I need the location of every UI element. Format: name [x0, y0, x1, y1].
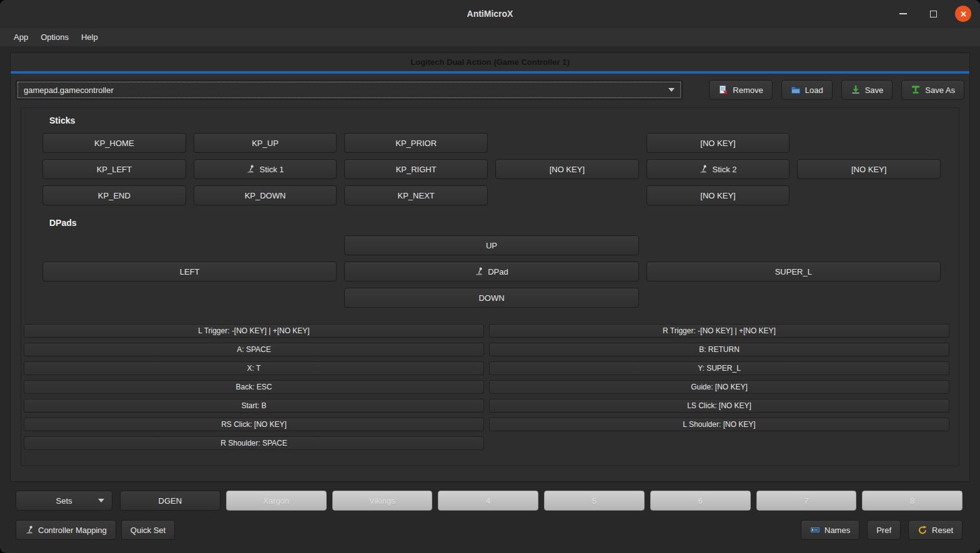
sets-bar: Sets DGEN Xargon Vikings 4 5 6 7 8: [16, 491, 963, 511]
ls-click-button[interactable]: LS Click: [NO KEY]: [489, 399, 949, 413]
joystick-icon: [25, 526, 34, 534]
remove-button-label: Remove: [733, 86, 763, 95]
stick1-upleft-button[interactable]: KP_HOME: [42, 133, 186, 153]
tab-pane: gamepad.gamecontroller: [11, 74, 969, 471]
menu-app[interactable]: App: [7, 30, 34, 44]
stick1-label: Stick 1: [259, 165, 284, 174]
minimize-icon: [899, 13, 907, 14]
chevron-down-icon: [98, 499, 104, 502]
set-button-5[interactable]: 5: [544, 491, 645, 511]
joystick-icon: [699, 165, 708, 174]
set-button-3[interactable]: Vikings: [332, 491, 433, 511]
reset-refresh-icon: [918, 525, 928, 535]
set-button-4[interactable]: 4: [438, 491, 538, 511]
dpad-right-button[interactable]: SUPER_L: [646, 262, 941, 281]
dpad-center-button[interactable]: DPad: [344, 262, 638, 281]
dpad-up-button[interactable]: UP: [344, 235, 638, 255]
l-trigger-button[interactable]: L Trigger: -[NO KEY] | +[NO KEY]: [24, 324, 484, 338]
pref-button[interactable]: Pref: [867, 520, 901, 540]
stick2-center-button[interactable]: Stick 2: [646, 159, 790, 179]
stick1-right-button[interactable]: KP_RIGHT: [344, 159, 488, 179]
save-button[interactable]: Save: [841, 80, 893, 100]
app-window: AntiMicroX App Options Help Logitech Dua…: [0, 0, 980, 553]
profile-bar: gamepad.gamecontroller: [16, 80, 964, 100]
y-button[interactable]: Y: SUPER_L: [489, 361, 949, 375]
b-button[interactable]: B: RETURN: [489, 343, 949, 356]
minimize-button[interactable]: [895, 6, 911, 22]
stick1-downleft-button[interactable]: KP_END: [42, 185, 186, 205]
stick1-downright-button[interactable]: KP_NEXT: [344, 185, 488, 205]
guide-button[interactable]: Guide: [NO KEY]: [489, 380, 949, 394]
window-title: AntiMicroX: [467, 9, 513, 19]
menu-options[interactable]: Options: [34, 30, 75, 44]
set-button-1[interactable]: DGEN: [120, 491, 220, 511]
sets-selector-label: Sets: [56, 496, 72, 506]
joystick-icon: [246, 165, 255, 174]
mapping-group: Sticks KP_HOME KP_UP KP_PRIOR [NO KEY] K…: [21, 107, 959, 466]
r-shoulder-button[interactable]: R Shoulder: SPACE: [24, 436, 484, 450]
set-button-7[interactable]: 7: [756, 491, 857, 511]
button-assignment-list: L Trigger: -[NO KEY] | +[NO KEY] R Trigg…: [21, 324, 959, 450]
controller-mapping-button[interactable]: Controller Mapping: [16, 520, 116, 540]
dpads-heading: DPads: [49, 218, 941, 228]
footer-bar: Controller Mapping Quick Set Names Pref: [16, 520, 963, 540]
controller-tab[interactable]: Logitech Dual Action (Game Controller 1): [11, 53, 969, 71]
save-download-icon: [851, 85, 861, 95]
save-button-label: Save: [865, 86, 884, 95]
back-button[interactable]: Back: ESC: [24, 380, 484, 394]
maximize-icon: [930, 11, 937, 17]
dpad-grid: UP LEFT DPad: [42, 235, 941, 308]
menu-help[interactable]: Help: [75, 30, 104, 44]
names-label: Names: [824, 526, 850, 535]
sets-selector[interactable]: Sets: [16, 491, 112, 511]
controller-tab-widget: Logitech Dual Action (Game Controller 1)…: [10, 52, 970, 482]
l-shoulder-button[interactable]: L Shoulder: [NO KEY]: [489, 418, 949, 431]
names-button[interactable]: Names: [801, 520, 859, 540]
close-icon: [960, 11, 967, 17]
stick2-up-button[interactable]: [NO KEY]: [646, 133, 790, 153]
stick2-left-button[interactable]: [NO KEY]: [495, 159, 639, 179]
stick1-down-button[interactable]: KP_DOWN: [194, 185, 337, 205]
remove-document-icon: [718, 85, 728, 95]
save-as-button[interactable]: Save As: [901, 80, 964, 100]
stick2-down-button[interactable]: [NO KEY]: [646, 185, 790, 205]
x-button[interactable]: X: T: [24, 361, 484, 375]
save-as-icon: [911, 85, 921, 95]
start-button[interactable]: Start: B: [24, 399, 484, 413]
dpad-down-button[interactable]: DOWN: [344, 288, 638, 308]
profile-combobox[interactable]: gamepad.gamecontroller: [16, 80, 683, 100]
menubar: App Options Help: [0, 27, 980, 46]
dpad-label: DPad: [488, 267, 508, 276]
stick1-upright-button[interactable]: KP_PRIOR: [344, 133, 488, 153]
a-button[interactable]: A: SPACE: [24, 343, 484, 356]
r-trigger-button[interactable]: R Trigger: -[NO KEY] | +[NO KEY]: [489, 324, 949, 338]
stick1-center-button[interactable]: Stick 1: [194, 159, 337, 179]
remove-button[interactable]: Remove: [709, 80, 772, 100]
sticks-heading: Sticks: [49, 115, 941, 125]
rs-click-button[interactable]: RS Click: [NO KEY]: [24, 418, 484, 431]
reset-label: Reset: [932, 526, 953, 535]
titlebar: AntiMicroX: [0, 0, 980, 27]
rename-icon: [810, 525, 820, 535]
quick-set-button[interactable]: Quick Set: [121, 520, 175, 540]
quick-set-label: Quick Set: [131, 526, 166, 535]
set-button-2[interactable]: Xargon: [226, 491, 327, 511]
profile-combobox-value: gamepad.gamecontroller: [24, 86, 114, 95]
pref-label: Pref: [876, 526, 891, 535]
stick1-left-button[interactable]: KP_LEFT: [42, 159, 186, 179]
controller-mapping-label: Controller Mapping: [38, 526, 107, 535]
set-button-8[interactable]: 8: [862, 491, 963, 511]
maximize-button[interactable]: [925, 6, 941, 22]
sticks-grid: KP_HOME KP_UP KP_PRIOR [NO KEY] KP_LEFT: [42, 133, 941, 205]
save-as-button-label: Save As: [925, 86, 955, 95]
load-button[interactable]: Load: [781, 80, 833, 100]
stick2-label: Stick 2: [712, 165, 736, 174]
chevron-down-icon: [668, 88, 675, 92]
set-button-6[interactable]: 6: [650, 491, 751, 511]
window-controls: [895, 0, 971, 27]
stick1-up-button[interactable]: KP_UP: [194, 133, 337, 153]
reset-button[interactable]: Reset: [908, 520, 963, 540]
stick2-right-button[interactable]: [NO KEY]: [797, 159, 941, 179]
dpad-left-button[interactable]: LEFT: [42, 262, 337, 281]
close-button[interactable]: [955, 6, 971, 22]
